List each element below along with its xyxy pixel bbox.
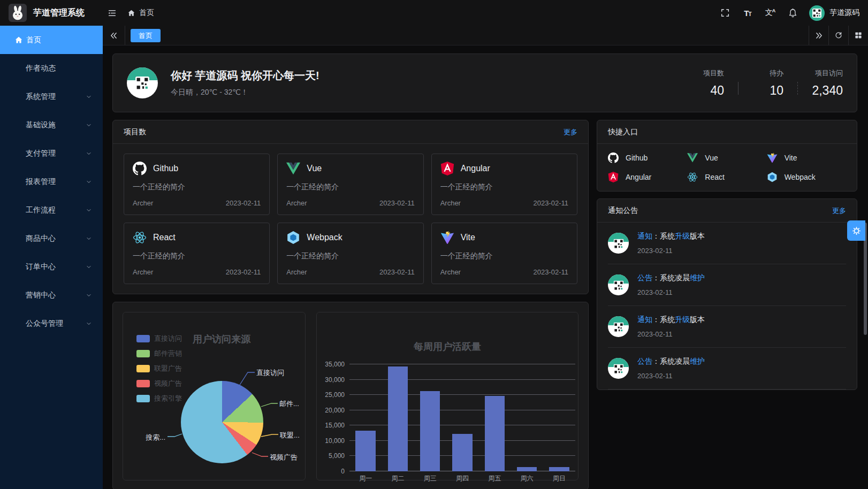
- theme-settings-button[interactable]: [847, 220, 865, 241]
- pie-callout-label: 联盟...: [280, 431, 300, 440]
- welcome-stats: 项目数 40 待办 10 项目访问 2,340: [693, 68, 843, 98]
- notice-item[interactable]: 公告：系统凌晨维护2023-02-11: [608, 264, 846, 306]
- chevron-down-icon: [86, 122, 92, 128]
- legend-label: 直接访问: [154, 334, 182, 343]
- sidebar-item-label: 公众号管理: [26, 319, 63, 328]
- notification-button[interactable]: [783, 4, 802, 22]
- projects-card-title: 项目数: [124, 127, 146, 137]
- sidebar-collapse-button[interactable]: [104, 5, 120, 21]
- webpack-icon: [286, 231, 300, 244]
- sidebar-item-workflow[interactable]: 工作流程: [0, 196, 103, 224]
- y-tick-label: 20,000: [325, 407, 345, 414]
- page-scrollbar: [864, 46, 867, 488]
- notice-item[interactable]: 通知：系统升级版本2023-02-11: [608, 223, 846, 264]
- breadcrumb[interactable]: 首页: [127, 8, 154, 18]
- quick-link-label: Vite: [785, 154, 797, 162]
- qr-avatar-icon: [135, 77, 149, 90]
- project-name: Vue: [307, 164, 322, 173]
- refresh-icon: [834, 31, 843, 40]
- project-card-angular[interactable]: Angular一个正经的简介Archer2023-02-11: [431, 154, 577, 215]
- project-card-vite[interactable]: Vite一个正经的简介Archer2023-02-11: [431, 223, 577, 284]
- app-title: 芋道管理系统: [33, 7, 85, 19]
- sidebar-item-order[interactable]: 订单中心: [0, 253, 103, 281]
- fullscreen-button[interactable]: [716, 4, 734, 22]
- stat-value: 10: [770, 83, 783, 98]
- quick-link-vite[interactable]: Vite: [767, 152, 846, 163]
- legend-swatch: [136, 380, 150, 387]
- welcome-card: 你好 芋道源码 祝你开心每一天! 今日晴，20℃ - 32℃！ 项目数 40 待…: [112, 54, 857, 112]
- sidebar-item-marketing[interactable]: 营销中心: [0, 281, 103, 309]
- quick-link-angular[interactable]: Angular: [608, 172, 687, 182]
- notice-item[interactable]: 公告：系统凌晨维护2023-02-11: [608, 348, 846, 389]
- pie-callout-label: 搜索...: [146, 433, 165, 442]
- sidebar-item-system[interactable]: 系统管理: [0, 82, 103, 111]
- breadcrumb-label: 首页: [139, 8, 154, 18]
- quick-link-github[interactable]: Github: [608, 152, 687, 163]
- sidebar-item-report[interactable]: 报表管理: [0, 167, 103, 196]
- notices-card-title: 通知公告: [608, 206, 638, 216]
- notice-date: 2023-02-11: [637, 288, 705, 296]
- user-avatar: [809, 5, 825, 21]
- bar: [355, 431, 375, 471]
- project-card-vue[interactable]: Vue一个正经的简介Archer2023-02-11: [277, 154, 423, 215]
- rabbit-logo-icon: [9, 4, 27, 22]
- chevron-down-icon: [86, 150, 92, 157]
- chevron-down-icon: [86, 235, 92, 242]
- pie-chart-title: 用户访问来源: [193, 333, 250, 346]
- tags-scroll-left-button[interactable]: [103, 26, 125, 45]
- project-date: 2023-02-11: [533, 199, 568, 207]
- stat-label: 项目访问: [815, 68, 843, 78]
- project-card-react[interactable]: React一个正经的简介Archer2023-02-11: [124, 223, 270, 284]
- refresh-page-button[interactable]: [828, 26, 848, 45]
- legend-item[interactable]: 联盟广告: [136, 364, 182, 373]
- projects-more-link[interactable]: 更多: [564, 127, 577, 137]
- stat-divider: [797, 82, 798, 95]
- shortcuts-card: 快捷入口 GithubVueViteAngularReactWebpack: [597, 120, 857, 192]
- tab-home[interactable]: 首页: [131, 29, 161, 42]
- shortcuts-grid: GithubVueViteAngularReactWebpack: [597, 144, 857, 191]
- project-author: Archer: [440, 199, 461, 207]
- app-logo: [9, 4, 27, 22]
- project-name: Webpack: [307, 233, 342, 242]
- project-author: Archer: [286, 199, 307, 207]
- sidebar-item-author[interactable]: 作者动态: [0, 54, 103, 82]
- sidebar-item-pay[interactable]: 支付管理: [0, 139, 103, 167]
- bar-slot: [478, 364, 511, 471]
- tags-menu-button[interactable]: [848, 26, 868, 45]
- project-name: React: [153, 233, 176, 242]
- project-name: Vite: [461, 233, 475, 242]
- sidebar-item-infra[interactable]: 基础设施: [0, 111, 103, 139]
- project-card-github[interactable]: Github一个正经的简介Archer2023-02-11: [124, 154, 270, 215]
- x-tick-label: 周四: [446, 474, 478, 483]
- fullscreen-icon: [720, 8, 730, 18]
- sidebar-item-home[interactable]: 首页: [0, 26, 103, 54]
- language-button[interactable]: 文A: [761, 4, 779, 22]
- quick-link-webpack[interactable]: Webpack: [767, 172, 846, 182]
- x-tick-label: 周三: [414, 474, 446, 483]
- legend-item[interactable]: 搜索引擎: [136, 394, 182, 403]
- bar-chart: [349, 364, 575, 471]
- bar: [485, 396, 505, 471]
- stat-visits: 项目访问 2,340: [812, 68, 843, 98]
- x-tick-label: 周六: [511, 474, 543, 483]
- gear-icon: [852, 226, 861, 235]
- chevron-down-icon: [86, 207, 92, 213]
- legend-item[interactable]: 直接访问: [136, 334, 182, 343]
- sidebar-item-product[interactable]: 商品中心: [0, 224, 103, 253]
- font-size-button[interactable]: TT: [738, 4, 757, 22]
- legend-item[interactable]: 视频广告: [136, 379, 182, 388]
- notices-more-link[interactable]: 更多: [832, 206, 846, 216]
- fold-icon: [107, 8, 117, 18]
- notice-item[interactable]: 通知：系统升级版本2023-02-11: [608, 306, 846, 348]
- sidebar-item-label: 营销中心: [26, 291, 56, 300]
- quick-link-react[interactable]: React: [687, 172, 766, 182]
- username: 芋道源码: [829, 8, 859, 18]
- legend-item[interactable]: 邮件营销: [136, 349, 182, 358]
- project-description: 一个正经的简介: [440, 182, 568, 192]
- quick-link-vue[interactable]: Vue: [687, 152, 766, 163]
- project-card-webpack[interactable]: Webpack一个正经的简介Archer2023-02-11: [277, 223, 423, 284]
- tagsview-bar: 首页: [103, 26, 868, 45]
- user-menu[interactable]: 芋道源码: [809, 5, 859, 21]
- tags-scroll-right-button[interactable]: [809, 26, 828, 45]
- sidebar-item-mp[interactable]: 公众号管理: [0, 309, 103, 338]
